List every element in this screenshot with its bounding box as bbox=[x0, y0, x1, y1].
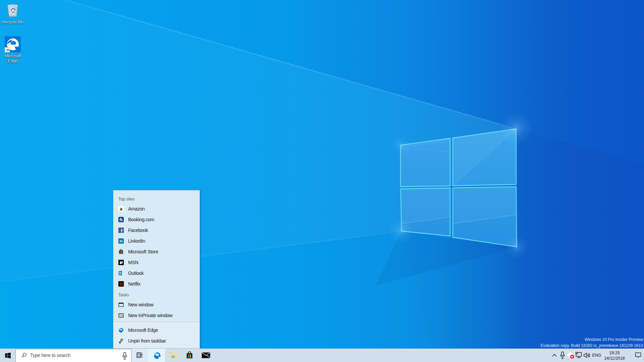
svg-text:B: B bbox=[120, 218, 122, 222]
svg-text:N: N bbox=[119, 281, 122, 286]
svg-text:in: in bbox=[120, 239, 123, 243]
svg-text:f: f bbox=[121, 228, 122, 233]
